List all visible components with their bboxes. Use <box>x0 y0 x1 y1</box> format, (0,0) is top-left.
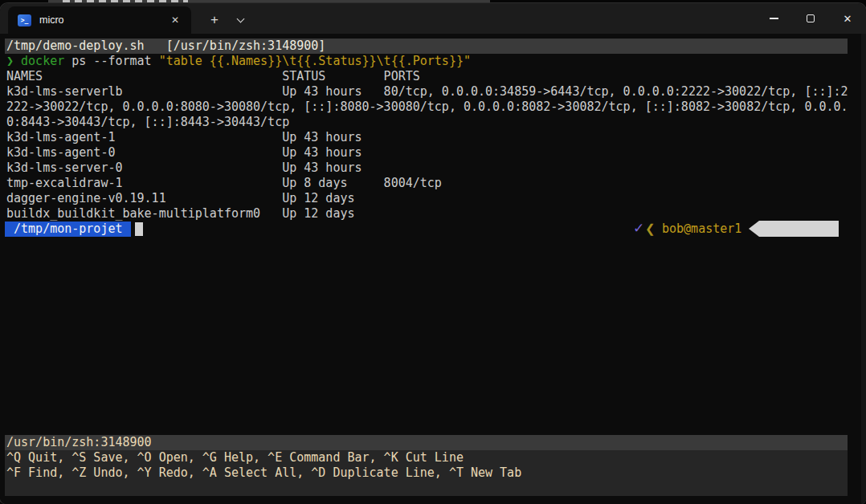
caption-buttons: ✕ <box>755 3 866 34</box>
maximize-icon <box>807 14 815 22</box>
prompt-char: ❯ <box>6 54 14 68</box>
terminal-window: >_ micro ✕ + ✕ /tmp/demo-deploy.sh [/usr… <box>0 3 866 504</box>
table-row: k3d-lms-server-0 Up 43 hours <box>6 161 362 176</box>
scrollbar-track[interactable] <box>861 34 866 504</box>
tab-dropdown-button[interactable] <box>230 10 252 30</box>
prompt-check-icon: ✓ <box>633 221 644 236</box>
prompt-arrow-segment <box>749 221 839 237</box>
table-row-wrap: 222->30022/tcp, 0.0.0.0:8080->30080/tcp,… <box>6 100 848 115</box>
micro-statusline: /usr/bin/zsh:3148900 <box>5 435 848 450</box>
prompt-chevron-left-icon: ❮ <box>645 222 656 237</box>
micro-tab-file[interactable]: /tmp/demo-deploy.sh <box>6 39 145 53</box>
title-bar: >_ micro ✕ + ✕ <box>0 3 866 34</box>
tab-close-icon[interactable]: ✕ <box>167 13 183 27</box>
table-row: k3d-lms-agent-1 Up 43 hours <box>6 130 362 145</box>
table-row: k3d-lms-agent-0 Up 43 hours <box>6 145 362 161</box>
terminal-content: /tmp/demo-deploy.sh [/usr/bin/zsh:314890… <box>0 34 866 504</box>
powershell-icon: >_ <box>18 14 31 26</box>
new-tab-button[interactable]: + <box>202 10 227 30</box>
command-line: ❯ docker ps --format "table {{.Names}}\t… <box>6 54 471 69</box>
maximize-button[interactable] <box>792 3 829 34</box>
table-row: buildx_buildkit_bake-multiplatform0 Up 1… <box>6 206 354 222</box>
table-row: k3d-lms-serverlb Up 43 hours 80/tcp, 0.0… <box>6 84 848 100</box>
command-quoted-string: "table {{.Names}}\t{{.Status}}\t{{.Ports… <box>159 54 471 68</box>
micro-tabbar-gap <box>145 39 166 53</box>
micro-tabbar-line: /tmp/demo-deploy.sh [/usr/bin/zsh:314890… <box>6 39 325 54</box>
close-button[interactable]: ✕ <box>829 3 866 34</box>
help-line-1: ^Q Quit, ^S Save, ^O Open, ^G Help, ^E C… <box>6 450 464 465</box>
chevron-down-icon <box>237 15 245 23</box>
minimize-icon <box>770 18 778 19</box>
command-args: ps --format <box>64 54 158 68</box>
terminal-tab-micro[interactable]: >_ micro ✕ <box>8 6 191 34</box>
table-row: tmp-excalidraw-1 Up 8 days 8004/tcp <box>6 176 442 191</box>
tab-title: micro <box>39 14 167 26</box>
minimize-button[interactable] <box>755 3 792 34</box>
prompt-user-host: bob@master1 <box>662 222 741 237</box>
terminal-cursor <box>135 222 143 236</box>
prompt-cwd: /tmp/mon-projet <box>6 222 123 237</box>
command-name: docker <box>14 54 64 68</box>
help-line-2: ^F Find, ^Z Undo, ^Y Redo, ^A Select All… <box>6 465 521 481</box>
table-row-wrap: 0:8443->30443/tcp, [::]:8443->30443/tcp <box>6 115 289 130</box>
table-row: dagger-engine-v0.19.11 Up 12 days <box>6 191 354 206</box>
table-header-line: NAMES STATUS PORTS <box>6 69 420 84</box>
statusline-text: /usr/bin/zsh:3148900 <box>6 435 152 450</box>
micro-tab-terminal[interactable]: [/usr/bin/zsh:3148900] <box>166 39 326 53</box>
micro-tabbar: /tmp/demo-deploy.sh [/usr/bin/zsh:314890… <box>5 39 848 54</box>
